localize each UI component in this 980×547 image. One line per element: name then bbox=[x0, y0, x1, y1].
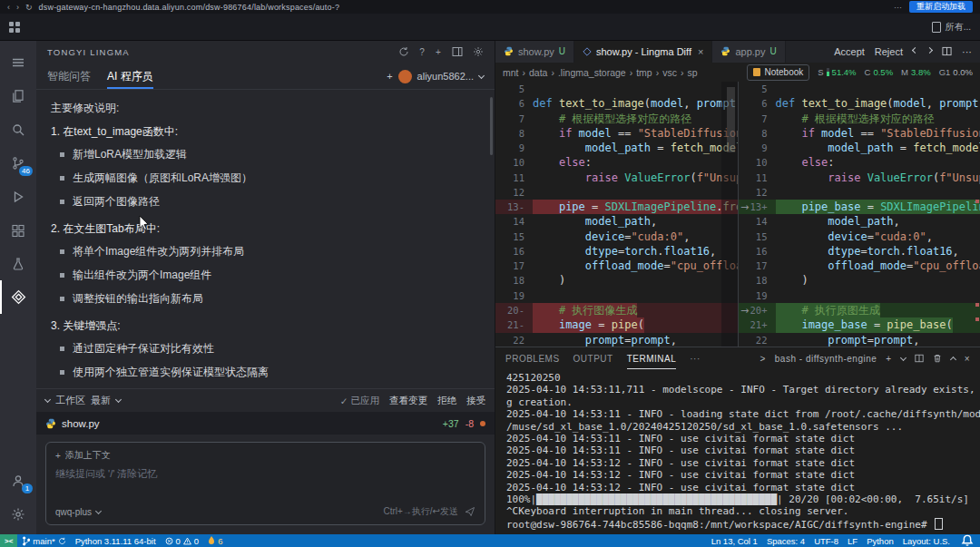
next-change-icon[interactable] bbox=[926, 47, 933, 54]
tab-show-py[interactable]: show.py U bbox=[495, 40, 574, 63]
chat-input-placeholder[interactable]: 继续提问或 '/' 清除记忆 bbox=[55, 467, 475, 505]
maximize-panel-icon[interactable] bbox=[950, 356, 956, 362]
diff-modified-pane[interactable]: 56def text_to_image(model, prompt,7 # 根据… bbox=[739, 82, 980, 347]
line-number: 12 bbox=[495, 185, 533, 200]
chat-input-box[interactable]: + 添加上下文 继续提问或 '/' 清除记忆 qwq-plus Ctrl+→执行… bbox=[45, 442, 485, 525]
git-branch-item[interactable]: main* bbox=[17, 534, 70, 547]
code-token: ( bbox=[946, 318, 952, 331]
chevron-down-icon[interactable] bbox=[95, 507, 102, 513]
breadcrumb-item[interactable]: vsc bbox=[662, 67, 677, 78]
workspace-label[interactable]: 工作区 bbox=[55, 394, 85, 407]
problems-item[interactable]: 0 0 bbox=[161, 534, 204, 547]
layout-icon[interactable] bbox=[452, 46, 463, 57]
breadcrumb-item[interactable]: .lingma_storage bbox=[558, 67, 626, 78]
panel-gear-icon[interactable] bbox=[473, 46, 484, 57]
eol-item[interactable]: LF bbox=[843, 534, 862, 547]
accept-diff-button[interactable]: Accept bbox=[834, 46, 865, 57]
breadcrumb-item[interactable]: sp bbox=[687, 67, 697, 78]
explorer-icon[interactable] bbox=[0, 79, 36, 112]
split-terminal-icon[interactable] bbox=[915, 354, 924, 363]
terminal-output[interactable]: 4251202502025-04-10 14:53:11,711 - model… bbox=[495, 369, 980, 534]
breadcrumb-item[interactable]: mnt bbox=[503, 67, 519, 78]
restart-kernel-button[interactable]: 重新启动加载 bbox=[909, 1, 973, 13]
indentation-item[interactable]: Spaces: 4 bbox=[762, 534, 809, 547]
all-kernels-label[interactable]: 所有... bbox=[946, 21, 971, 34]
terminal-shell-selector[interactable]: bash - diffsynth-engine bbox=[775, 354, 877, 364]
model-selector[interactable]: qwq-plus bbox=[55, 507, 92, 517]
breadcrumb-item[interactable]: data bbox=[529, 67, 547, 78]
address-bar[interactable]: dsw-gateway-cn-hangzhou.data.aliyun.com/… bbox=[39, 3, 340, 12]
view-changes-link[interactable]: 查看变更 bbox=[389, 395, 427, 407]
breadcrumb-item[interactable]: tmp bbox=[636, 67, 652, 78]
editor-area: show.py U show.py - Lingma Diff × app.py… bbox=[495, 40, 980, 534]
accept-link[interactable]: 接受 bbox=[466, 395, 485, 407]
settings-gear-icon[interactable] bbox=[0, 497, 36, 531]
add-session-icon[interactable]: + bbox=[387, 71, 392, 82]
status-bar: >< main* Python 3.11.11 64-bit 0 0 6 Ln … bbox=[0, 534, 980, 547]
diff-original-pane[interactable]: 56def text_to_image(model, prompt, n7 # … bbox=[495, 82, 739, 347]
lingma-notification-item[interactable]: 6 bbox=[203, 534, 227, 547]
search-icon[interactable] bbox=[0, 112, 36, 146]
notifications-bell-icon[interactable] bbox=[955, 534, 980, 547]
send-icon[interactable] bbox=[465, 506, 475, 517]
overview-ruler-mark bbox=[975, 303, 979, 307]
code-line: 21+ image_base = pipe_base( bbox=[739, 317, 980, 332]
keyboard-layout-item[interactable]: Layout: U.S. bbox=[898, 534, 955, 547]
more-panel-tabs-icon[interactable]: ··· bbox=[690, 354, 701, 364]
code-text: dtype=torch.float16, bbox=[533, 244, 716, 259]
scrollbar-thumb[interactable] bbox=[727, 87, 735, 152]
chat-response-area[interactable]: 主要修改说明: 1. 在text_to_image函数中:新增LoRA模型加载逻… bbox=[36, 90, 495, 388]
previous-change-icon[interactable] bbox=[912, 47, 918, 54]
new-terminal-icon[interactable]: + bbox=[886, 354, 891, 364]
tab-terminal[interactable]: TERMINAL bbox=[627, 347, 677, 369]
python-interpreter-item[interactable]: Python 3.11.11 64-bit bbox=[71, 534, 161, 547]
split-editor-icon[interactable] bbox=[942, 46, 952, 56]
diff-change-arrow-icon[interactable]: → bbox=[740, 305, 749, 317]
account-icon[interactable]: 1 bbox=[0, 464, 36, 497]
list-item-text: 生成两幅图像（原图和LoRA增强图） bbox=[73, 171, 252, 186]
browser-back-icon[interactable]: ‹ bbox=[7, 3, 10, 12]
diff-change-arrow-icon[interactable]: → bbox=[740, 201, 749, 213]
browser-refresh-icon[interactable]: ↻ bbox=[25, 3, 33, 12]
new-chat-icon[interactable]: + bbox=[436, 47, 442, 57]
code-text: prompt=prompt, bbox=[776, 333, 920, 347]
tab-problems[interactable]: PROBLEMS bbox=[505, 347, 560, 369]
more-actions-icon[interactable]: ··· bbox=[962, 46, 972, 57]
browser-forward-icon[interactable]: › bbox=[16, 3, 19, 12]
source-control-icon[interactable]: 46 bbox=[0, 146, 36, 180]
changed-file-row[interactable]: show.py +37 -8 bbox=[36, 412, 495, 435]
chevron-down-icon[interactable] bbox=[115, 396, 122, 403]
notebook-button[interactable]: Notebook bbox=[747, 64, 809, 81]
add-context-chip[interactable]: + 添加上下文 bbox=[55, 449, 475, 462]
history-icon[interactable] bbox=[398, 46, 409, 57]
cursor-position-item[interactable]: Ln 13, Col 1 bbox=[707, 534, 762, 547]
chevron-down-icon[interactable] bbox=[900, 354, 906, 360]
tab-app-py[interactable]: app.py U bbox=[712, 40, 785, 63]
trash-icon[interactable] bbox=[933, 354, 942, 363]
account-name[interactable]: aliyun5862... bbox=[417, 71, 474, 82]
tab-output[interactable]: OUTPUT bbox=[573, 347, 613, 369]
run-debug-icon[interactable] bbox=[0, 180, 36, 213]
language-mode-item[interactable]: Python bbox=[862, 534, 898, 547]
remote-indicator[interactable]: >< bbox=[0, 534, 17, 547]
close-tab-icon[interactable]: × bbox=[698, 46, 703, 57]
app-launcher-icon[interactable] bbox=[9, 22, 20, 33]
tab-ai-programmer[interactable]: AI 程序员 bbox=[107, 63, 153, 89]
help-icon[interactable]: ? bbox=[419, 47, 426, 57]
chevron-down-icon[interactable] bbox=[44, 396, 51, 403]
workspace-filter[interactable]: 最新 bbox=[91, 394, 111, 407]
browser-menu-icon[interactable]: ··· bbox=[894, 3, 902, 12]
reject-diff-button[interactable]: Reject bbox=[875, 46, 903, 57]
scrollbar-thumb[interactable] bbox=[490, 97, 493, 155]
code-token bbox=[776, 200, 802, 213]
menu-icon[interactable] bbox=[0, 45, 36, 79]
code-text: if model == "StableDiffusion bbox=[776, 126, 980, 141]
close-panel-icon[interactable]: × bbox=[965, 354, 970, 364]
reject-link[interactable]: 拒绝 bbox=[437, 395, 456, 407]
extensions-icon[interactable] bbox=[0, 213, 36, 247]
encoding-item[interactable]: UTF-8 bbox=[809, 534, 843, 547]
test-flask-icon[interactable] bbox=[0, 247, 36, 280]
tab-smart-qa[interactable]: 智能问答 bbox=[47, 63, 91, 89]
lingma-icon[interactable] bbox=[0, 280, 36, 314]
tab-lingma-diff[interactable]: show.py - Lingma Diff × bbox=[574, 40, 712, 63]
